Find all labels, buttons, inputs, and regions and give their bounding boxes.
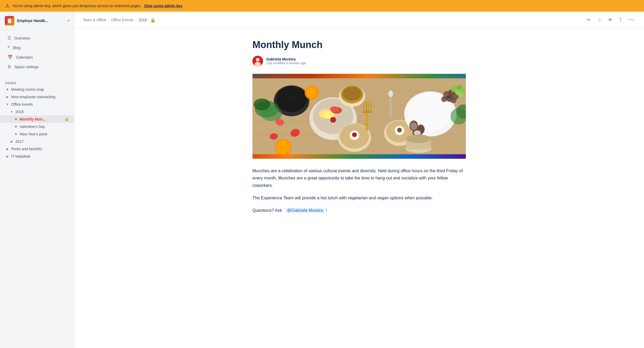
svg-point-37 (450, 97, 456, 103)
author-info: Gabriela Moreira Last modified 4 minutes… (266, 57, 306, 65)
sidebar: 📋 Employe Handb... ▾ ☰ Overview ❝ Blog 📅… (0, 12, 74, 348)
breadcrumb-lock-icon: 🔒 (150, 18, 156, 23)
banner-text: You're using admin key, which gives you … (12, 4, 141, 8)
breadcrumb-sep-2: / (136, 18, 137, 22)
toggle-icon: ▼ (5, 103, 10, 106)
svg-point-77 (388, 91, 393, 97)
svg-point-26 (352, 132, 357, 137)
questions-text: Questions? Ask (252, 208, 282, 213)
star-icon[interactable]: ☆ (596, 16, 603, 24)
calendar-icon: 📅 (7, 55, 13, 60)
gear-icon: ⚙ (7, 64, 11, 69)
breadcrumb: Team & Office / Office Events / 2018 🔒 (83, 18, 156, 23)
sidebar-item-calendars[interactable]: 📅 Calendars (2, 53, 72, 62)
tree-label: 2018 (15, 110, 69, 114)
topbar-actions: ✏ ☆ 👁 ⤴ ··· (586, 15, 636, 24)
view-icon[interactable]: 👁 (607, 16, 614, 24)
tree-item-office-events[interactable]: ▼ Office events (0, 101, 74, 108)
warning-icon: ⚠ (5, 3, 10, 9)
toggle-icon: ▼ (10, 110, 14, 113)
bullet-icon (7, 89, 8, 90)
tree-label: IT helpdesk (11, 154, 69, 158)
author-meta: Last modified 4 minutes ago (266, 61, 306, 65)
svg-point-18 (287, 96, 291, 100)
paragraph-3: Questions? Ask @Gabriela Moreira ! (252, 207, 466, 214)
overview-icon: ☰ (7, 36, 11, 41)
main-content: Team & Office / Office Events / 2018 🔒 ✏… (74, 12, 644, 348)
page-title: Monthly Munch (252, 39, 466, 50)
paragraph-1: Munches are a celebration of various cul… (252, 167, 466, 189)
sidebar-item-space-settings[interactable]: ⚙ Space settings (2, 62, 72, 71)
tree-label: Office events (11, 102, 69, 106)
avatar (252, 56, 263, 66)
tree-label: Perks and benefits (11, 147, 69, 151)
svg-rect-70 (368, 101, 369, 113)
tree-item-it-helpdesk[interactable]: ▶ IT helpdesk (0, 153, 74, 160)
svg-rect-69 (366, 101, 367, 113)
lock-icon: 🔒 (65, 117, 69, 121)
blog-icon: ❝ (7, 45, 10, 50)
tree-item-monthly-munch[interactable]: Monthly Mun... 🔒 (0, 115, 74, 123)
pages-section-label: PAGES (0, 79, 74, 86)
breadcrumb-sep-1: / (108, 18, 109, 22)
sidebar-logo: 📋 (5, 16, 14, 25)
mention-gabriela[interactable]: @Gabriela Moreira (286, 208, 325, 213)
more-icon[interactable]: ··· (627, 15, 636, 24)
tree-label: New Year's party (20, 132, 69, 136)
svg-point-22 (342, 87, 361, 101)
sidebar-item-overview[interactable]: ☰ Overview (2, 33, 72, 43)
hero-image (252, 74, 466, 159)
sidebar-label-space-settings: Space settings (14, 65, 39, 69)
mention-suffix: ! (326, 208, 327, 213)
svg-point-38 (441, 96, 447, 102)
pages-tree: Meeting rooms map ▶ New employee onboard… (0, 86, 74, 160)
tree-label: Meeting rooms map (11, 87, 69, 92)
breadcrumb-2018: 2018 (139, 18, 147, 22)
sidebar-label-blog: Blog (13, 46, 20, 50)
svg-point-13 (330, 106, 338, 112)
svg-point-64 (254, 98, 270, 110)
svg-point-30 (397, 128, 402, 132)
tree-item-2017[interactable]: ▶ 2017 (0, 138, 74, 145)
tree-item-2018[interactable]: ▼ 2018 (0, 108, 74, 115)
svg-point-15 (331, 118, 335, 122)
topbar: Team & Office / Office Events / 2018 🔒 ✏… (74, 12, 644, 28)
stop-admin-link[interactable]: Stop using admin key (144, 4, 183, 8)
tree-item-meeting-rooms[interactable]: Meeting rooms map (0, 86, 74, 93)
tree-item-valentines[interactable]: Valentine's Day (0, 123, 74, 130)
sidebar-divider (4, 77, 70, 77)
admin-banner: ⚠ You're using admin key, which gives yo… (0, 0, 644, 12)
svg-rect-71 (371, 101, 372, 113)
bullet-icon (15, 133, 17, 135)
tree-item-new-years[interactable]: New Year's party (0, 130, 74, 138)
svg-rect-76 (390, 95, 391, 119)
sidebar-label-calendars: Calendars (16, 55, 33, 59)
author-row: Gabriela Moreira Last modified 4 minutes… (252, 56, 466, 66)
edit-icon[interactable]: ✏ (586, 16, 592, 24)
svg-point-19 (293, 96, 295, 98)
sidebar-item-blog[interactable]: ❝ Blog (2, 43, 72, 52)
svg-point-17 (276, 86, 307, 112)
toggle-icon: ▶ (5, 155, 10, 158)
tree-item-new-employee[interactable]: ▶ New employee onboarding (0, 93, 74, 101)
toggle-icon: ▶ (5, 95, 10, 99)
svg-point-75 (406, 135, 431, 143)
tree-label: 2017 (15, 139, 69, 144)
tree-label: New employee onboarding (11, 95, 69, 99)
breadcrumb-office-events[interactable]: Office Events (111, 18, 134, 22)
sidebar-label-overview: Overview (14, 36, 30, 40)
paragraph-2: The Experience Team will provide a hot l… (252, 194, 466, 201)
svg-point-58 (410, 122, 417, 130)
bullet-icon (15, 118, 17, 120)
svg-point-43 (458, 92, 463, 97)
author-name: Gabriela Moreira (266, 57, 306, 61)
page-content: Monthly Munch Gabriela Moreira Last modi… (240, 28, 479, 240)
tree-item-perks[interactable]: ▶ Perks and benefits (0, 145, 74, 153)
svg-rect-68 (363, 101, 364, 113)
share-icon[interactable]: ⤴ (618, 16, 623, 24)
svg-point-1 (256, 58, 260, 62)
sidebar-chevron-icon[interactable]: ▾ (68, 19, 69, 23)
breadcrumb-team-office[interactable]: Team & Office (83, 18, 106, 22)
toggle-icon: ▶ (5, 147, 10, 151)
sidebar-nav: ☰ Overview ❝ Blog 📅 Calendars ⚙ Space se… (0, 30, 74, 75)
